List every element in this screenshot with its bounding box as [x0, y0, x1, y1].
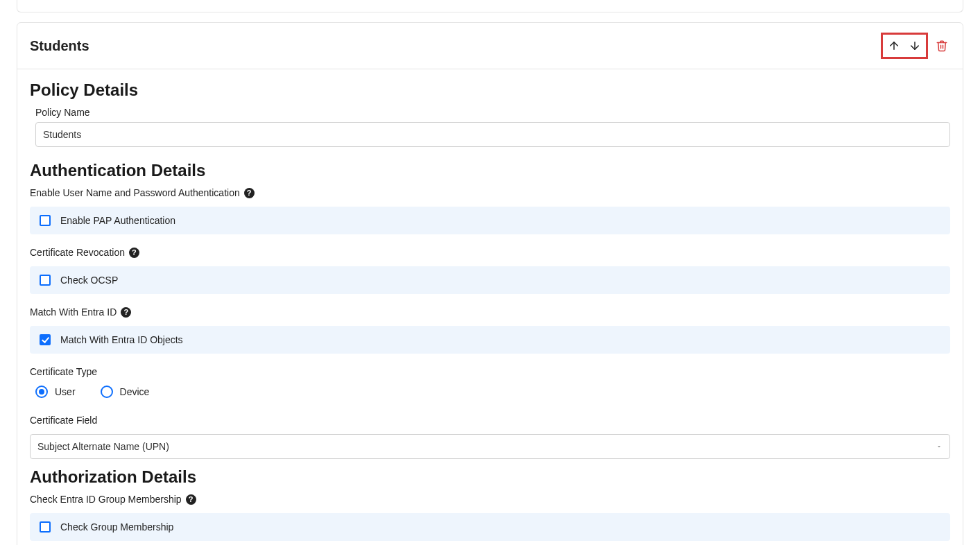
card-body: Policy Details Policy Name Authenticatio…	[17, 69, 963, 545]
check-group-label: Check Entra ID Group Membership ?	[30, 494, 950, 505]
help-icon[interactable]: ?	[121, 307, 131, 318]
enable-pap-label: Enable PAP Authentication	[60, 215, 175, 226]
card-title: Students	[30, 38, 89, 54]
check-group-membership-label: Check Group Membership	[60, 521, 173, 533]
cert-type-label: Certificate Type	[30, 366, 950, 377]
move-down-button[interactable]	[906, 37, 923, 54]
radio-device-label: Device	[120, 386, 150, 397]
cert-revocation-label: Certificate Revocation ?	[30, 247, 950, 258]
cert-type-user-radio[interactable]: User	[35, 386, 76, 398]
enable-userpass-text: Enable User Name and Password Authentica…	[30, 187, 240, 198]
enable-pap-row: Enable PAP Authentication	[30, 207, 950, 234]
cert-field-value: Subject Alternate Name (UPN)	[37, 441, 169, 452]
card-header: Students	[17, 23, 963, 69]
arrow-up-icon	[888, 40, 900, 52]
radio-user	[35, 386, 48, 398]
enable-userpass-label: Enable User Name and Password Authentica…	[30, 187, 950, 198]
arrow-down-icon	[909, 40, 921, 52]
radio-device	[101, 386, 113, 398]
policy-name-label: Policy Name	[30, 107, 950, 118]
authz-details-heading: Authorization Details	[30, 467, 950, 487]
check-ocsp-checkbox[interactable]	[40, 275, 51, 286]
match-entra-objects-label: Match With Entra ID Objects	[60, 334, 183, 345]
trash-icon	[936, 40, 948, 52]
check-group-membership-row: Check Group Membership	[30, 513, 950, 541]
cert-field-label: Certificate Field	[30, 415, 950, 426]
cert-revocation-text: Certificate Revocation	[30, 247, 125, 258]
check-group-text: Check Entra ID Group Membership	[30, 494, 182, 505]
policy-name-input[interactable]	[35, 122, 950, 147]
cert-type-text: Certificate Type	[30, 366, 97, 377]
chevron-down-icon	[936, 441, 943, 452]
match-entra-objects-checkbox[interactable]	[40, 334, 51, 345]
cert-field-text: Certificate Field	[30, 415, 97, 426]
cert-type-device-radio[interactable]: Device	[101, 386, 150, 398]
help-icon[interactable]: ?	[129, 248, 139, 258]
delete-button[interactable]	[934, 37, 950, 54]
help-icon[interactable]: ?	[244, 188, 255, 198]
enable-pap-checkbox[interactable]	[40, 215, 51, 226]
cert-field-select[interactable]: Subject Alternate Name (UPN)	[30, 434, 950, 459]
policy-card: Students Policy Details Policy Name Auth…	[17, 22, 963, 545]
auth-details-heading: Authentication Details	[30, 161, 950, 180]
previous-card-bottom	[17, 0, 963, 12]
cert-type-radio-group: User Device	[30, 386, 950, 398]
card-actions	[881, 33, 950, 59]
reorder-highlight-box	[881, 33, 928, 59]
move-up-button[interactable]	[886, 37, 902, 54]
policy-details-heading: Policy Details	[30, 80, 950, 100]
help-icon[interactable]: ?	[186, 494, 196, 505]
check-group-membership-checkbox[interactable]	[40, 521, 51, 533]
check-ocsp-label: Check OCSP	[60, 275, 118, 286]
check-ocsp-row: Check OCSP	[30, 266, 950, 294]
match-entra-objects-row: Match With Entra ID Objects	[30, 326, 950, 354]
radio-user-label: User	[55, 386, 76, 397]
match-entra-label: Match With Entra ID ?	[30, 306, 950, 318]
match-entra-text: Match With Entra ID	[30, 306, 117, 318]
